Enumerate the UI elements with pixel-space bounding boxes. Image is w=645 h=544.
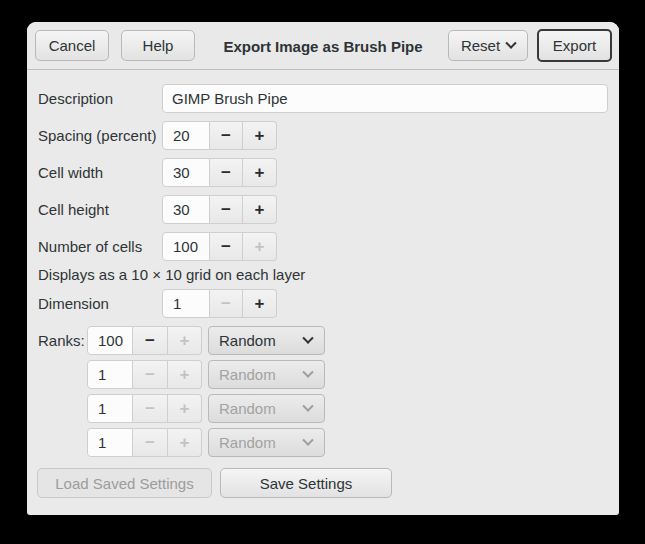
rank-4-minus-button: − bbox=[133, 428, 168, 457]
num-cells-plus-button: + bbox=[243, 232, 277, 261]
dimension-label: Dimension bbox=[38, 295, 109, 312]
rank-1-input[interactable] bbox=[87, 326, 133, 355]
rank-1-mode-dropdown[interactable]: Random bbox=[208, 326, 325, 355]
num-cells-row: Number of cells − + bbox=[27, 232, 619, 261]
save-settings-button[interactable]: Save Settings bbox=[220, 468, 392, 498]
chevron-down-icon bbox=[505, 37, 516, 48]
ranks-row-1: Ranks: − + Random bbox=[27, 326, 619, 355]
export-brush-pipe-dialog: Cancel Help Export Image as Brush Pipe R… bbox=[27, 22, 619, 515]
description-label: Description bbox=[38, 90, 113, 107]
rank-2-minus-button: − bbox=[133, 360, 168, 389]
description-input[interactable] bbox=[162, 84, 608, 113]
rank-4-mode-dropdown: Random bbox=[208, 428, 325, 457]
rank-3-minus-button: − bbox=[133, 394, 168, 423]
spacing-plus-button[interactable]: + bbox=[243, 121, 277, 150]
rank-4-input[interactable] bbox=[87, 428, 133, 457]
rank-3-mode-dropdown: Random bbox=[208, 394, 325, 423]
rank-3-input[interactable] bbox=[87, 394, 133, 423]
cell-width-label: Cell width bbox=[38, 164, 103, 181]
export-button[interactable]: Export bbox=[537, 29, 612, 62]
spacing-row: Spacing (percent) − + bbox=[27, 121, 619, 150]
reset-button[interactable]: Reset bbox=[448, 30, 528, 61]
dimension-minus-button: − bbox=[210, 289, 243, 318]
num-cells-input[interactable] bbox=[162, 232, 210, 261]
ranks-row-4: − + Random bbox=[27, 428, 619, 457]
rank-3-plus-button: + bbox=[168, 394, 202, 423]
cell-width-input[interactable] bbox=[162, 158, 210, 187]
chevron-down-icon bbox=[302, 400, 313, 411]
load-saved-settings-button: Load Saved Settings bbox=[37, 468, 212, 498]
cell-height-minus-button[interactable]: − bbox=[210, 195, 243, 224]
rank-1-spinner: − + bbox=[87, 326, 202, 355]
grid-info-text: Displays as a 10 × 10 grid on each layer bbox=[38, 266, 305, 283]
cell-height-plus-button[interactable]: + bbox=[243, 195, 277, 224]
rank-4-plus-button: + bbox=[168, 428, 202, 457]
chevron-down-icon bbox=[302, 434, 313, 445]
rank-1-mode-value: Random bbox=[219, 332, 276, 349]
rank-2-mode-dropdown: Random bbox=[208, 360, 325, 389]
cell-width-spinner: − + bbox=[162, 158, 277, 187]
description-row: Description bbox=[27, 84, 619, 113]
chevron-down-icon bbox=[302, 366, 313, 377]
cell-height-label: Cell height bbox=[38, 201, 109, 218]
dialog-title: Export Image as Brush Pipe bbox=[27, 22, 619, 70]
ranks-label: Ranks: bbox=[38, 332, 85, 349]
rank-1-plus-button: + bbox=[168, 326, 202, 355]
spacing-label: Spacing (percent) bbox=[38, 127, 156, 144]
dimension-row: Dimension − + bbox=[27, 289, 619, 318]
spacing-spinner: − + bbox=[162, 121, 277, 150]
rank-2-mode-value: Random bbox=[219, 366, 276, 383]
chevron-down-icon bbox=[302, 332, 313, 343]
ranks-row-3: − + Random bbox=[27, 394, 619, 423]
cell-height-spinner: − + bbox=[162, 195, 277, 224]
dimension-plus-button[interactable]: + bbox=[243, 289, 277, 318]
rank-4-mode-value: Random bbox=[219, 434, 276, 451]
cell-width-minus-button[interactable]: − bbox=[210, 158, 243, 187]
rank-1-minus-button[interactable]: − bbox=[133, 326, 168, 355]
header-bar: Cancel Help Export Image as Brush Pipe R… bbox=[27, 22, 619, 70]
reset-button-label: Reset bbox=[461, 37, 500, 54]
cell-height-row: Cell height − + bbox=[27, 195, 619, 224]
num-cells-spinner: − + bbox=[162, 232, 277, 261]
dimension-spinner: − + bbox=[162, 289, 277, 318]
rank-3-spinner: − + bbox=[87, 394, 202, 423]
ranks-row-2: − + Random bbox=[27, 360, 619, 389]
cancel-button[interactable]: Cancel bbox=[35, 30, 109, 61]
help-button[interactable]: Help bbox=[121, 30, 195, 61]
spacing-minus-button[interactable]: − bbox=[210, 121, 243, 150]
rank-3-mode-value: Random bbox=[219, 400, 276, 417]
rank-2-plus-button: + bbox=[168, 360, 202, 389]
cell-height-input[interactable] bbox=[162, 195, 210, 224]
cell-width-row: Cell width − + bbox=[27, 158, 619, 187]
rank-2-input[interactable] bbox=[87, 360, 133, 389]
rank-4-spinner: − + bbox=[87, 428, 202, 457]
cell-width-plus-button[interactable]: + bbox=[243, 158, 277, 187]
rank-2-spinner: − + bbox=[87, 360, 202, 389]
num-cells-minus-button[interactable]: − bbox=[210, 232, 243, 261]
dimension-input[interactable] bbox=[162, 289, 210, 318]
spacing-input[interactable] bbox=[162, 121, 210, 150]
num-cells-label: Number of cells bbox=[38, 238, 142, 255]
